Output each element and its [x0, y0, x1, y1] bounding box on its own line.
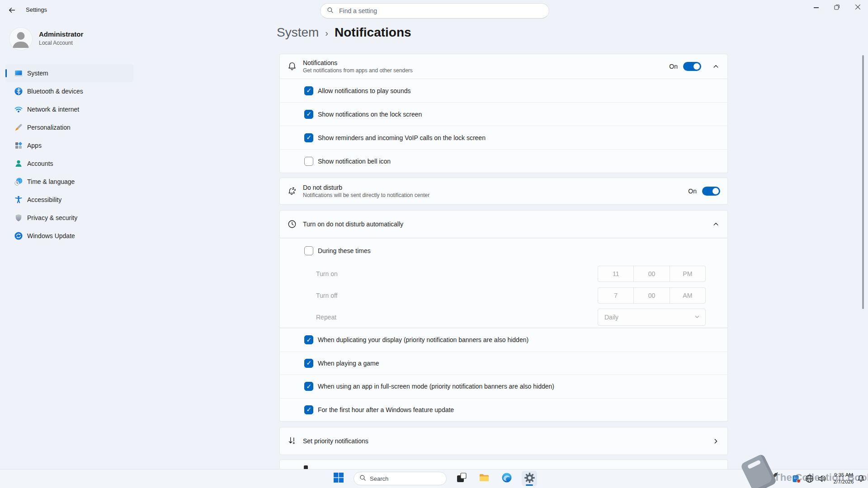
- sidebar-item-accessibility[interactable]: Accessibility: [5, 191, 133, 209]
- notifications-expander-header[interactable]: Notifications Get notifications from app…: [279, 54, 728, 79]
- turn-off-time-picker: 7 00 AM: [598, 287, 706, 304]
- chevron-up-icon[interactable]: [711, 62, 720, 71]
- checkbox-during-these-times[interactable]: [304, 246, 313, 255]
- sidebar-item-accounts[interactable]: Accounts: [5, 155, 133, 173]
- sidebar-item-privacy-security[interactable]: Privacy & security: [5, 209, 133, 227]
- turn-on-label: Turn on: [316, 270, 338, 277]
- start-button[interactable]: [331, 471, 346, 486]
- turn-on-hour-field: 11: [598, 266, 633, 282]
- restore-button[interactable]: [826, 0, 847, 15]
- sidebar-item-system[interactable]: System: [5, 64, 133, 82]
- page-title: Notifications: [335, 25, 411, 40]
- sidebar-item-personalization[interactable]: Personalization: [5, 118, 133, 136]
- settings-app-button[interactable]: [522, 471, 537, 486]
- turn-on-minute-field: 00: [633, 266, 669, 282]
- dnd-toggle[interactable]: [702, 187, 720, 196]
- close-button[interactable]: [847, 0, 868, 15]
- option-label: When using an app in full-screen mode (p…: [318, 383, 554, 390]
- turn-on-row: Turn on 11 00 PM: [280, 263, 727, 285]
- notifications-title: Notifications: [303, 59, 413, 66]
- vertical-scrollbar[interactable]: [862, 55, 864, 309]
- set-priority-notifications-card[interactable]: Set priority notifications: [279, 427, 728, 455]
- dnd-toggle-label: On: [688, 188, 697, 195]
- search-icon: [359, 474, 366, 483]
- sidebar-item-label: Accessibility: [27, 196, 61, 203]
- notifications-toggle-label: On: [669, 63, 678, 70]
- edge-browser-button[interactable]: [499, 471, 514, 486]
- back-button[interactable]: [5, 5, 18, 17]
- settings-search-box[interactable]: [320, 3, 549, 19]
- windows-update-icon: [14, 231, 23, 240]
- taskbar-search-placeholder: Search: [370, 475, 388, 482]
- bell-icon: [287, 61, 297, 71]
- avatar: [9, 27, 33, 51]
- bluetooth-icon: [14, 87, 23, 96]
- notification-options-group: Allow notifications to play sounds Show …: [279, 79, 728, 173]
- sidebar-item-label: Bluetooth & devices: [27, 88, 83, 95]
- taskbar-search-box[interactable]: Search: [354, 472, 447, 485]
- option-label: When duplicating your display (priority …: [318, 336, 528, 343]
- task-view-button[interactable]: [454, 471, 469, 486]
- option-label: Show notification bell icon: [318, 158, 391, 165]
- do-not-disturb-card: Do not disturb Notifications will be sen…: [279, 178, 728, 205]
- checkbox-duplicating-display[interactable]: [304, 335, 313, 344]
- option-row: When using an app in full-screen mode (p…: [280, 375, 727, 398]
- back-arrow-icon: [8, 6, 16, 16]
- sidebar-item-label: Personalization: [27, 124, 71, 131]
- turn-off-label: Turn off: [316, 292, 337, 299]
- notifications-toggle[interactable]: [683, 62, 701, 71]
- repeat-dropdown: Daily: [598, 309, 706, 326]
- taskbar-clock[interactable]: 9:35 AM 2/7/2026: [829, 472, 858, 485]
- breadcrumb-parent[interactable]: System: [277, 25, 319, 40]
- dnd-subtitle: Notifications will be sent directly to n…: [303, 192, 429, 198]
- chevron-right-icon: [711, 436, 720, 446]
- repeat-value: Daily: [604, 314, 694, 321]
- dnd-auto-title: Turn on do not disturb automatically: [303, 221, 403, 228]
- notification-bell-dnd-icon[interactable]: [856, 474, 866, 485]
- sidebar-item-bluetooth-devices[interactable]: Bluetooth & devices: [5, 82, 133, 100]
- dnd-rules-group: When duplicating your display (priority …: [279, 328, 728, 422]
- checkbox-lock-screen[interactable]: [304, 110, 313, 119]
- taskbar-center-group: Search: [0, 469, 868, 488]
- window-caption-controls: [806, 0, 868, 15]
- option-row: Show notifications on the lock screen: [280, 102, 727, 126]
- option-label: For the first hour after a Windows featu…: [318, 406, 454, 413]
- minimize-button[interactable]: [806, 0, 826, 15]
- accessibility-icon: [14, 195, 23, 204]
- repeat-label: Repeat: [316, 314, 336, 321]
- sidebar-item-apps[interactable]: Apps: [5, 136, 133, 155]
- gear-icon: [524, 472, 535, 485]
- checkbox-bell-icon[interactable]: [304, 157, 313, 166]
- turn-off-period-field: AM: [670, 288, 705, 303]
- sidebar-item-label: Apps: [27, 142, 42, 149]
- sidebar-item-label: Windows Update: [27, 232, 75, 239]
- checkbox-first-hour-update[interactable]: [304, 405, 313, 414]
- turn-off-minute-field: 00: [633, 288, 669, 303]
- file-explorer-button[interactable]: [476, 471, 492, 486]
- dnd-schedule-group: During these times Turn on 11 00 PM Turn…: [279, 239, 728, 328]
- network-icon: [14, 105, 23, 114]
- option-row: When playing a game: [280, 352, 727, 375]
- restore-icon: [834, 4, 840, 12]
- settings-search-input[interactable]: [338, 7, 530, 15]
- option-row: When duplicating your display (priority …: [280, 328, 727, 352]
- sidebar-item-label: Network & internet: [27, 106, 79, 113]
- clock-icon: [287, 219, 297, 229]
- option-row: For the first hour after a Windows featu…: [280, 398, 727, 422]
- tray-date: 2/7/2026: [829, 479, 858, 485]
- checkbox-fullscreen-app[interactable]: [304, 382, 313, 391]
- sidebar-item-windows-update[interactable]: Windows Update: [5, 227, 133, 245]
- sidebar-item-network-internet[interactable]: Network & internet: [5, 100, 133, 118]
- sidebar-item-time-language[interactable]: Time & language: [5, 173, 133, 191]
- network-globe-icon[interactable]: [805, 474, 814, 485]
- tray-app-badge-icon[interactable]: [792, 474, 801, 485]
- volume-icon[interactable]: [817, 474, 827, 485]
- sidebar-nav: System Bluetooth & devices Network & int…: [5, 64, 133, 245]
- task-view-icon: [456, 472, 467, 485]
- checkbox-reminders-voip[interactable]: [304, 133, 313, 142]
- during-times-row: During these times: [280, 239, 727, 263]
- dnd-auto-expander-header[interactable]: Turn on do not disturb automatically: [279, 210, 728, 238]
- checkbox-playing-game[interactable]: [304, 359, 313, 368]
- chevron-up-icon[interactable]: [711, 220, 720, 229]
- checkbox-play-sounds[interactable]: [304, 86, 313, 95]
